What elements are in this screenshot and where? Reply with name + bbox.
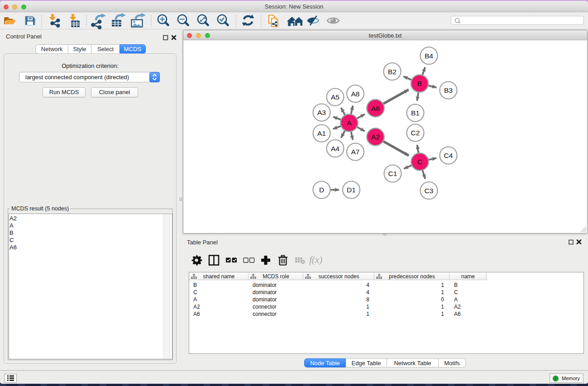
svg-text:B: B [417, 80, 422, 87]
svg-text:C1: C1 [388, 170, 397, 177]
svg-text:B1: B1 [411, 109, 420, 117]
svg-text:C4: C4 [444, 152, 453, 159]
svg-text:D: D [319, 186, 324, 194]
svg-text:D1: D1 [347, 186, 356, 194]
svg-text:A4: A4 [331, 145, 339, 152]
svg-text:C3: C3 [425, 187, 434, 195]
svg-text:A6: A6 [371, 105, 380, 112]
svg-text:B2: B2 [388, 68, 397, 76]
svg-text:A5: A5 [331, 93, 339, 101]
svg-text:A3: A3 [317, 109, 326, 116]
svg-text:A8: A8 [351, 90, 360, 98]
svg-text:A7: A7 [351, 148, 360, 156]
svg-text:A2: A2 [371, 133, 380, 141]
svg-text:B3: B3 [444, 86, 453, 94]
svg-text:A1: A1 [317, 129, 326, 137]
svg-text:C: C [417, 158, 422, 166]
svg-text:A: A [347, 119, 352, 127]
svg-text:C2: C2 [411, 129, 420, 137]
svg-text:B4: B4 [425, 52, 433, 60]
